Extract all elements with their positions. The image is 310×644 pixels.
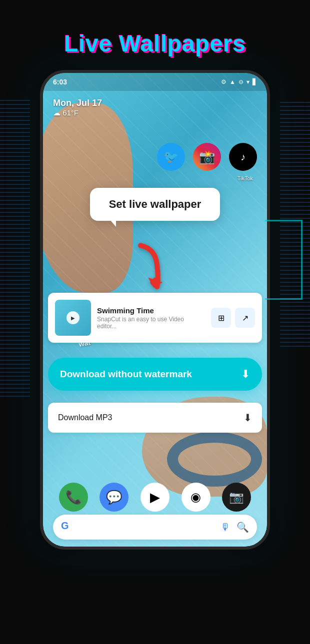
microphone-icon[interactable]: 🎙 [220, 522, 230, 533]
google-search-bar[interactable]: G 🎙 🔍 [53, 515, 257, 540]
dnd-status-icon: ⊖ [238, 78, 244, 85]
app-dock: 📞 💬 ▶ ◉ 📷 [53, 483, 257, 512]
dock-camera-icon[interactable]: 📷 [222, 483, 251, 512]
page-title: Live Wallpapers [64, 30, 246, 57]
playstore-icon: ▶ [150, 490, 160, 505]
play-button[interactable]: ▶ [66, 311, 80, 324]
dock-messages-icon[interactable]: 💬 [100, 483, 128, 512]
dock-phone-icon[interactable]: 📞 [59, 483, 88, 512]
camera-icon: 📷 [229, 490, 244, 504]
share-icon: ↗ [242, 313, 248, 323]
phone-screen: ONO.wat 6:03 ⚙ ▲ ⊖ ▾ ▋ Mon, Jul 17 ☁ 61°… [43, 73, 267, 547]
date-widget: Mon, Jul 17 ☁ 61°F [53, 98, 102, 117]
weather-text: ☁ 61°F [53, 108, 102, 117]
phone-frame: ONO.wat 6:03 ⚙ ▲ ⊖ ▾ ▋ Mon, Jul 17 ☁ 61°… [40, 70, 270, 550]
phone-mockup: ONO.wat 6:03 ⚙ ▲ ⊖ ▾ ▋ Mon, Jul 17 ☁ 61°… [40, 70, 270, 610]
download-mp3-button[interactable]: Download MP3 ⬇ [48, 403, 262, 433]
wallpaper-popup-text: Set live wallpaper [105, 198, 205, 211]
video-description: SnapCut is an easy to use Video editor..… [97, 316, 205, 330]
chrome-icon: ◉ [190, 490, 201, 504]
download-icon: ⬇ [241, 368, 250, 381]
tiktok-label: TikTok [238, 175, 253, 181]
tiktok-icon: ♪ [240, 151, 246, 163]
video-actions: ⊞ ↗ [211, 308, 255, 328]
pool-float [167, 432, 262, 487]
phone-icon: 📞 [66, 490, 82, 505]
date-text: Mon, Jul 17 [53, 98, 102, 108]
video-thumbnail: ▶ [55, 300, 91, 336]
instagram-app-icon[interactable]: 📸 [193, 143, 221, 171]
twitter-app-icon[interactable]: 🐦 [157, 143, 185, 171]
google-logo: G [61, 520, 75, 534]
download-without-watermark-button[interactable]: Download without watermark ⬇ [48, 358, 262, 391]
accent-lines-right [265, 220, 302, 300]
bg-decoration-left [0, 100, 30, 400]
video-info: Swimming Time SnapCut is an easy to use … [97, 306, 205, 330]
screenshot-action-button[interactable]: ⊞ [211, 308, 231, 328]
dock-chrome-icon[interactable]: ◉ [182, 483, 210, 512]
messages-icon: 💬 [106, 490, 122, 505]
set-live-wallpaper-popup[interactable]: Set live wallpaper [90, 188, 220, 221]
download-mp3-icon: ⬇ [244, 412, 252, 424]
alert-status-icon: ▲ [230, 78, 236, 85]
download-mp3-text: Download MP3 [58, 413, 112, 422]
tiktok-app-icon[interactable]: ♪ [229, 143, 257, 171]
dock-playstore-icon[interactable]: ▶ [140, 483, 170, 512]
battery-status-icon: ▋ [252, 78, 257, 85]
twitter-icon: 🐦 [164, 150, 178, 164]
status-icons: ⚙ ▲ ⊖ ▾ ▋ [221, 78, 257, 85]
instagram-icon: 📸 [199, 149, 215, 165]
download-btn-text: Download without watermark [60, 369, 192, 380]
search-bar-icons: 🎙 🔍 [220, 521, 249, 533]
home-screen-app-icons: 🐦 📸 ♪ [157, 143, 257, 171]
screenshot-icon: ⊞ [218, 313, 224, 323]
wifi-status-icon: ▾ [246, 78, 250, 85]
status-bar: 6:03 ⚙ ▲ ⊖ ▾ ▋ [43, 73, 267, 91]
google-lens-icon[interactable]: 🔍 [236, 521, 249, 533]
share-action-button[interactable]: ↗ [235, 308, 255, 328]
status-time: 6:03 [53, 78, 67, 86]
settings-status-icon: ⚙ [221, 78, 226, 85]
